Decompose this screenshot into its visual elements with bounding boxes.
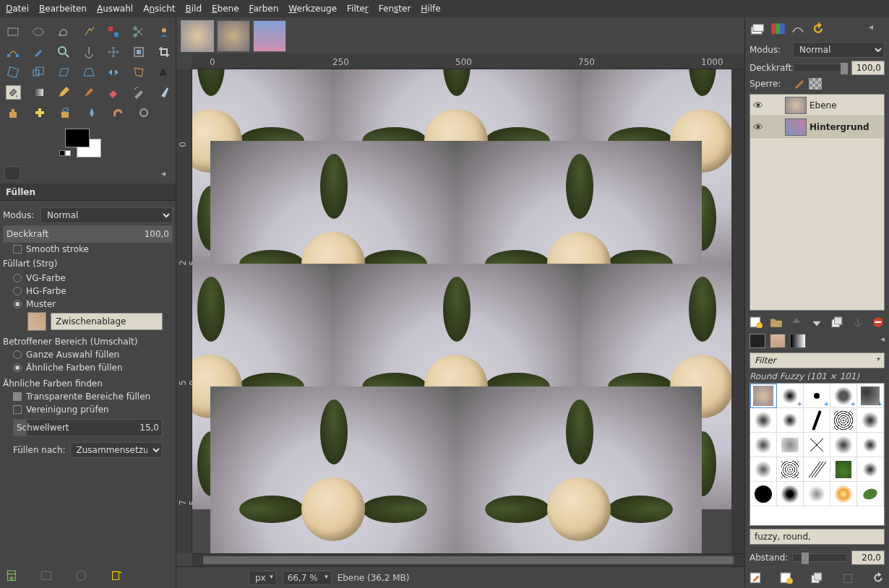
image-tab-2[interactable] [217,20,250,52]
tool-scale[interactable] [31,65,46,79]
tool-free-select[interactable] [56,25,71,39]
image-tab-3[interactable] [253,20,286,52]
color-swatch[interactable] [0,123,176,163]
tool-clone[interactable] [6,105,22,120]
brush-item[interactable] [804,433,830,457]
layer-mode-select[interactable]: Normal [793,42,885,58]
brush-item[interactable] [804,457,830,482]
brush-item[interactable] [830,433,857,457]
pattern-name[interactable]: Zwischenablage [51,313,163,330]
tool-paintbrush[interactable] [81,85,96,100]
unit-select[interactable]: px [249,571,277,585]
brush-item[interactable]: + [777,384,804,408]
ruler-horizontal[interactable]: 0 250 500 750 1000 [192,53,744,69]
layer-name[interactable]: Ebene [809,100,837,111]
menu-hilfe[interactable]: Hilfe [421,4,440,14]
dock-menu-icon[interactable]: ◂ [161,168,171,178]
tool-flip[interactable] [106,65,121,79]
brush-item[interactable] [777,457,804,482]
eye-icon[interactable]: 👁 [750,100,766,111]
fill-similar-radio[interactable]: Ähnliche Farben füllen [3,361,173,374]
brush-item[interactable] [750,384,777,408]
brush-item[interactable] [777,433,804,457]
menu-ebene[interactable]: Ebene [212,4,239,14]
spacing-field[interactable] [851,550,885,565]
hscrollbar[interactable] [192,553,744,566]
menu-bild[interactable]: Bild [185,4,202,14]
eye-icon[interactable]: 👁 [750,121,766,133]
tool-blend[interactable] [31,85,46,100]
tool-zoom[interactable] [56,45,71,59]
tool-smudge[interactable] [110,105,126,120]
undo-tab-icon[interactable] [810,22,826,36]
brush-item[interactable]: + [804,384,830,408]
layer-opacity-field[interactable] [851,61,885,75]
brush-item[interactable] [857,457,884,482]
save-options-icon[interactable] [4,569,19,582]
tool-perspective[interactable] [81,65,96,79]
transp-check[interactable]: Transparente Bereiche füllen [3,390,173,403]
tool-move[interactable] [106,45,121,59]
menu-filter[interactable]: Filter [347,4,369,14]
dock-menu-icon[interactable]: ◂ [869,22,885,36]
gradients-tab-icon[interactable] [790,334,806,348]
vscrollbar[interactable] [731,69,744,553]
lock-pixels-icon[interactable] [793,78,806,90]
threshold-slider[interactable]: Schwellwert 15,0 [13,419,163,436]
fillby-select[interactable]: Zusammensetzung [70,442,163,458]
layer-opacity-slider[interactable] [793,64,849,72]
tool-cage[interactable] [132,65,147,79]
brush-tags-input[interactable]: fuzzy, round, [750,529,885,545]
tool-color-picker[interactable] [31,45,46,59]
layers-tab-icon[interactable] [750,22,765,36]
menu-fenster[interactable]: Fenster [379,4,411,14]
dock-menu-icon[interactable]: ◂ [880,334,885,348]
brush-item[interactable] [750,433,777,457]
tool-ellipse-select[interactable] [31,25,46,39]
image-tab-1[interactable] [181,20,214,52]
tool-heal[interactable] [32,105,48,120]
brush-item[interactable]: + [857,384,884,408]
brush-item[interactable] [777,408,804,433]
canvas-image[interactable] [210,140,701,509]
brushes-tab-icon[interactable] [750,334,765,348]
brush-item[interactable] [830,482,857,506]
tool-dodge[interactable] [136,105,152,120]
patterns-tab-icon[interactable] [770,334,786,348]
lock-alpha-icon[interactable] [809,78,822,90]
brush-item[interactable] [804,408,830,433]
layer-row[interactable]: 👁 Ebene [750,95,884,116]
tool-eraser[interactable] [106,85,121,100]
tool-scissors[interactable] [132,25,147,39]
tool-options-tab-icon[interactable] [4,166,20,181]
ruler-vertical[interactable]: 0 250 500 750 [176,69,192,553]
new-group-icon[interactable] [770,316,783,328]
new-layer-icon[interactable] [750,316,763,328]
tool-bucket-fill[interactable] [6,85,21,100]
duplicate-brush-icon[interactable] [811,572,824,584]
brush-item[interactable] [857,408,884,433]
channels-tab-icon[interactable] [770,22,786,36]
menu-datei[interactable]: Datei [6,4,29,14]
tool-blur[interactable] [84,105,100,120]
brush-item[interactable] [750,482,777,506]
zoom-select[interactable]: 66,7 % [283,571,332,585]
pattern-swatch[interactable] [27,312,46,331]
tool-ink[interactable] [156,85,171,100]
brush-item[interactable]: + [830,384,857,408]
anchor-layer-icon[interactable] [851,316,864,328]
brush-item[interactable] [750,457,777,482]
brush-item[interactable] [830,408,857,433]
layer-row[interactable]: 👁 Hintergrund [750,116,884,138]
menubar[interactable]: Datei Bearbeiten Auswahl Ansicht Bild Eb… [0,0,889,17]
tool-pencil[interactable] [56,85,72,100]
tool-shear[interactable] [56,65,71,79]
edit-brush-icon[interactable] [750,572,763,584]
tool-perspective-clone[interactable] [58,105,74,120]
fill-vg-radio[interactable]: VG-Farbe [3,272,173,285]
menu-ansicht[interactable]: Ansicht [143,4,175,14]
opacity-slider[interactable]: Deckkraft 100,0 [3,225,173,243]
smooth-stroke-check[interactable]: Smooth stroke [3,243,173,256]
tool-by-color-select[interactable] [106,25,121,39]
tool-paths[interactable] [6,45,21,59]
